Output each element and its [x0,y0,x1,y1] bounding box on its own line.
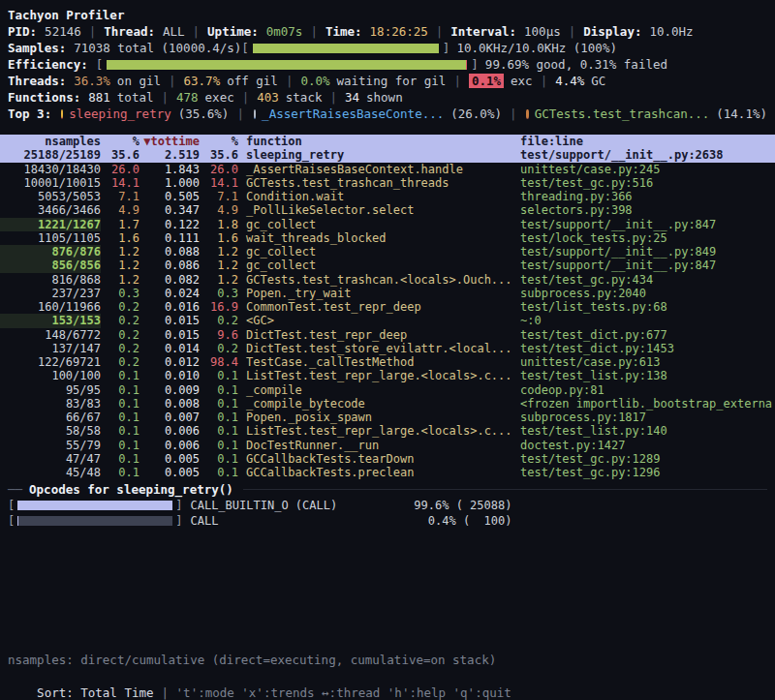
tottime-cell: 0.347 [140,203,200,217]
function-cell: GCTests.test_trashcan.<locals>.Ouch... [238,273,512,287]
direct-pct-cell: 1.7 [101,218,140,231]
cumulative-pct-cell: 0.2 [200,342,238,355]
column-header-cumulative-pct[interactable]: % [200,135,238,148]
direct-pct-cell: 0.1 [101,439,140,452]
column-header-function[interactable]: function [238,135,512,148]
functions-stack-suffix: stack [286,90,323,105]
on-gil-suffix: on gil [117,74,161,88]
cumulative-pct-cell: 0.3 [200,287,238,300]
samples-rate-bar-fill [253,44,439,53]
tottime-cell: 0.082 [140,273,200,287]
threads-label: Threads: [8,74,66,88]
opcode-bar-fill [17,516,18,526]
separator: | [329,90,337,105]
cumulative-pct-cell: 0.1 [200,424,238,438]
file-line-cell: subprocess.py:1817 [512,411,775,424]
nsamples-cell: 148/6772 [0,328,101,342]
table-row[interactable]: 160/119660.20.01616.9CommonTest.test_rep… [0,300,775,314]
table-row[interactable]: 856/8561.20.0861.2gc_collecttest/support… [0,259,775,272]
direct-pct-cell: 0.3 [101,287,140,300]
column-header-tottime-sorted[interactable]: ▼tottime [140,135,200,148]
table-header-row: nsamples % ▼tottime % function file:line [0,135,775,148]
tottime-cell: 0.007 [140,411,200,424]
legend-line: nsamples: direct/cumulative (direct=exec… [8,652,767,668]
nsamples-cell: 153/153 [0,314,101,327]
top3-item-2-pct: (26.0%) [450,107,502,121]
table-row[interactable]: 3466/34664.90.3474.9_PollLikeSelector.se… [0,203,775,217]
table-row[interactable]: 876/8761.20.0881.2gc_collecttest/support… [0,245,775,259]
file-line-cell: subprocess.py:2040 [512,287,775,300]
opcode-pct: 99.6% ( 25088) [376,499,512,512]
table-row[interactable]: 10001/1001514.11.00014.1GCTests.test_tra… [0,176,775,190]
table-row[interactable]: 153/1530.20.0150.2<GC>~:0 [0,314,775,327]
cumulative-pct-cell: 0.2 [200,314,238,327]
thread-value: ALL [163,24,185,39]
left-bracket: [ [8,499,15,512]
profile-table-rows: 25188/2518935.62.51935.6sleeping_retryte… [0,148,775,479]
file-line-cell: test/test_gc.py:1296 [512,466,775,479]
table-row[interactable]: 47/470.10.0050.1GCCallbackTests.tearDown… [0,452,775,466]
function-cell: TestCase._callTestMethod [238,355,512,369]
function-cell: Condition.wait [238,190,512,203]
table-row[interactable]: 237/2370.30.0240.3Popen._try_waitsubproc… [0,287,775,300]
table-row[interactable]: 5053/50537.10.5057.1Condition.waitthread… [0,190,775,203]
cumulative-pct-cell: 1.2 [200,273,238,287]
separator: | [286,74,294,88]
table-row[interactable]: 95/950.10.0090.1_compilecodeop.py:81 [0,383,775,397]
samples-line: Samples:71038 total (10000.4/s) [] 10.0K… [0,40,775,56]
table-row[interactable]: 25188/2518935.62.51935.6sleeping_retryte… [0,148,775,162]
function-cell: Popen._try_wait [238,287,512,300]
file-line-cell: test/list_tests.py:68 [512,300,775,314]
nsamples-cell: 45/48 [0,466,101,479]
table-row[interactable]: 1221/12671.70.1221.8gc_collecttest/suppo… [0,218,775,231]
table-row[interactable]: 148/67720.20.0159.6DictTest.test_repr_de… [0,328,775,342]
tottime-cell: 0.088 [140,245,200,259]
function-cell: GCTests.test_trashcan_threads [238,176,512,190]
gc-suffix: GC [591,74,605,88]
direct-pct-cell: 7.1 [101,190,140,203]
table-row[interactable]: 66/670.10.0070.1Popen._posix_spawnsubpro… [0,411,775,424]
sort-mode: Sort: Total Time [37,685,153,700]
tottime-cell: 0.122 [140,218,200,231]
column-header-file-line[interactable]: file:line [512,135,775,148]
table-row[interactable]: 137/1470.20.0140.2DictTest.test_store_ev… [0,342,775,355]
opcode-bar [17,516,172,526]
direct-pct-cell: 0.2 [101,314,140,327]
cumulative-pct-cell: 1.2 [200,245,238,259]
cumulative-pct-cell: 1.8 [200,218,238,231]
pid-label: PID: [8,24,37,39]
threads-line: Threads: 36.3%on gil | 63.7%off gil | 0.… [0,73,775,89]
direct-pct-cell: 26.0 [101,163,140,176]
column-header-nsamples[interactable]: nsamples [0,135,101,148]
cumulative-pct-cell: 0.1 [200,383,238,397]
tottime-cell: 0.024 [140,287,200,300]
file-line-cell: codeop.py:81 [512,383,775,397]
table-row[interactable]: 816/8681.20.0821.2GCTests.test_trashcan.… [0,273,775,287]
table-row[interactable]: 1105/11051.60.1111.6wait_threads_blocked… [0,231,775,245]
file-line-cell: test/support/__init__.py:849 [512,245,775,259]
footer: nsamples: direct/cumulative (direct=exec… [0,652,775,700]
cumulative-pct-cell: 0.1 [200,452,238,466]
table-row[interactable]: 83/830.10.0080.1_compile_bytecode<frozen… [0,397,775,411]
tottime-cell: 0.111 [140,231,200,245]
file-line-cell: selectors.py:398 [512,203,775,217]
gc-pct: 4.4% [555,74,584,88]
file-line-cell: test/test_list.py:140 [512,424,775,438]
function-cell: ListTest.test_repr_large.<locals>.c... [238,369,512,382]
table-row[interactable]: 55/790.10.0060.1DocTestRunner.__rundocte… [0,439,775,452]
tottime-cell: 0.006 [140,439,200,452]
table-row[interactable]: 45/480.10.0050.1GCCallbackTests.preclean… [0,466,775,479]
nsamples-cell: 5053/5053 [0,190,101,203]
column-header-direct-pct[interactable]: % [101,135,140,148]
samples-total: 71038 total (10000.4/s) [74,41,241,55]
top3-label: Top 3: [8,107,51,121]
efficiency-bar [107,60,467,70]
table-row[interactable]: 122/697210.20.01298.4TestCase._callTestM… [0,355,775,369]
file-line-cell: doctest.py:1427 [512,439,775,452]
tottime-cell: 0.016 [140,300,200,314]
waiting-gil-suffix: waiting for gil [337,74,447,88]
table-row[interactable]: 100/1000.10.0100.1ListTest.test_repr_lar… [0,369,775,382]
tottime-cell: 0.012 [140,355,200,369]
table-row[interactable]: 18430/1843026.01.84326.0_AssertRaisesBas… [0,163,775,176]
table-row[interactable]: 58/580.10.0060.1ListTest.test_repr_large… [0,424,775,438]
